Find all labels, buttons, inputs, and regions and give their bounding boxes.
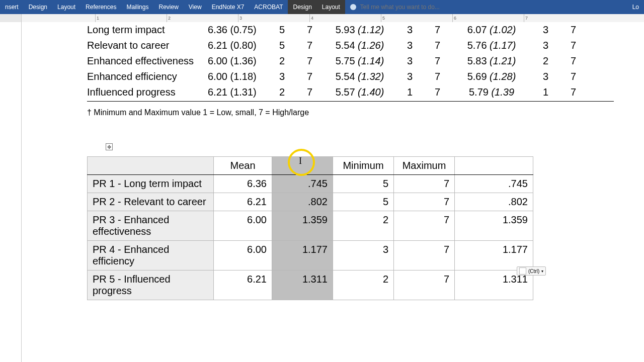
tell-me-box[interactable] xyxy=(345,0,467,14)
ribbon-context-tab[interactable]: Layout xyxy=(317,0,345,14)
cell: 3 xyxy=(396,53,424,69)
ribbon-right: Lo xyxy=(627,0,644,14)
cell: 2 xyxy=(268,84,296,100)
ribbon-tab[interactable]: EndNote X7 xyxy=(207,0,250,14)
row-label: Relevant to career xyxy=(87,38,208,53)
ribbon-tab[interactable]: Design xyxy=(24,0,52,14)
cell[interactable]: .802 xyxy=(455,193,533,211)
horizontal-ruler[interactable]: 1 2 3 4 5 6 7 xyxy=(0,14,644,23)
cell: 5 xyxy=(268,38,296,53)
cell[interactable]: 7 xyxy=(394,270,455,300)
cell: 7 xyxy=(559,69,587,84)
table-move-handle[interactable]: ✥ xyxy=(106,143,113,150)
cell[interactable]: 6.21 xyxy=(214,270,272,300)
cell[interactable]: 5 xyxy=(333,175,394,193)
header-cell[interactable]: Minimum xyxy=(333,157,394,175)
cell: 6.21 (0.80) xyxy=(208,38,268,53)
cell: 5.79 (1.39 xyxy=(451,84,532,100)
cell[interactable]: 1.359 xyxy=(455,211,533,241)
ribbon-tab[interactable]: Review xyxy=(153,0,183,14)
table-footnote: † Minimum and Maximum value 1 = Low, sma… xyxy=(87,105,614,120)
cell: 2 xyxy=(532,53,559,69)
cell[interactable]: 7 xyxy=(394,193,455,211)
cell[interactable]: 2 xyxy=(333,211,394,241)
paste-options-button[interactable]: (Ctrl) ▾ xyxy=(517,266,546,276)
tell-me-input[interactable] xyxy=(359,3,462,11)
cell: 7 xyxy=(424,22,451,38)
document-page[interactable]: Long term impact 6.36 (0.75) 5 7 5.93 (1… xyxy=(22,22,644,362)
cell: 5.75 (1.14) xyxy=(324,53,396,69)
row-label[interactable]: PR 5 - Influenced progress xyxy=(88,270,214,300)
cell: 7 xyxy=(424,69,451,84)
row-label[interactable]: PR 1 - Long term impact xyxy=(88,175,214,193)
ribbon-context-tab[interactable]: Design xyxy=(288,0,316,14)
cell: 3 xyxy=(396,38,424,53)
ribbon-tab[interactable]: Layout xyxy=(52,0,80,14)
table-row: Influenced progress 6.21 (1.31) 2 7 5.57… xyxy=(87,84,614,102)
cell-selected[interactable]: .745 xyxy=(272,175,333,193)
cell: 7 xyxy=(296,53,324,69)
cell[interactable]: 1.177 xyxy=(455,241,533,270)
table-row: PR 2 - Relevant to career 6.21 .802 5 7 … xyxy=(88,193,533,211)
row-label: Enhanced efficiency xyxy=(87,69,208,84)
ribbon-tab[interactable]: ACROBAT xyxy=(249,0,288,14)
ribbon: nsert Design Layout References Mailings … xyxy=(0,0,644,14)
lower-statistics-table[interactable]: Mean Minimum Maximum PR 1 - Long term im… xyxy=(87,156,533,300)
header-cell[interactable]: Mean xyxy=(214,157,272,175)
cell: 7 xyxy=(559,38,587,53)
cell: 5.54 (1.26) xyxy=(324,38,396,53)
cell: 6.21 (1.31) xyxy=(208,84,268,100)
cell: 5.83 (1.21) xyxy=(451,53,532,69)
table-row: PR 1 - Long term impact 6.36 .745 5 7 .7… xyxy=(88,175,533,193)
vertical-ruler[interactable] xyxy=(0,22,22,362)
cell: 6.00 (1.18) xyxy=(208,69,268,84)
row-label[interactable]: PR 4 - Enhanced efficiency xyxy=(88,241,214,270)
lightbulb-icon xyxy=(350,4,356,10)
ribbon-tab[interactable]: View xyxy=(184,0,207,14)
cell-selected[interactable]: 1.311 xyxy=(272,270,333,300)
header-cell[interactable] xyxy=(455,157,533,175)
ruler-scale: 1 2 3 4 5 6 7 xyxy=(22,14,644,22)
header-cell[interactable] xyxy=(88,157,214,175)
clipboard-icon xyxy=(519,267,526,275)
cell[interactable]: 6.36 xyxy=(214,175,272,193)
cell: 3 xyxy=(532,22,559,38)
cell[interactable]: 6.00 xyxy=(214,241,272,270)
ruler-mark: 7 xyxy=(524,14,528,22)
cell-selected[interactable]: 1.177 xyxy=(272,241,333,270)
ribbon-tab[interactable]: Mailings xyxy=(121,0,153,14)
cell: 6.00 (1.36) xyxy=(208,53,268,69)
cell: 5.54 (1.32) xyxy=(324,69,396,84)
cell: 7 xyxy=(296,84,324,100)
paste-options-label: (Ctrl) xyxy=(528,268,539,274)
cell: 5.69 (1.28) xyxy=(451,69,532,84)
cell-selected[interactable]: 1.359 xyxy=(272,211,333,241)
cell[interactable]: 3 xyxy=(333,241,394,270)
cell[interactable]: 6.00 xyxy=(214,211,272,241)
cell[interactable]: 7 xyxy=(394,211,455,241)
table-row: Enhanced efficiency 6.00 (1.18) 3 7 5.54… xyxy=(87,69,614,84)
cell[interactable]: 6.21 xyxy=(214,193,272,211)
chevron-down-icon: ▾ xyxy=(541,269,543,274)
cell: 1 xyxy=(396,84,424,100)
cell[interactable]: 7 xyxy=(394,241,455,270)
cell: 5 xyxy=(268,22,296,38)
cell[interactable]: .745 xyxy=(455,175,533,193)
row-label[interactable]: PR 3 - Enhanced effectiveness xyxy=(88,211,214,241)
ruler-gutter xyxy=(0,14,22,22)
header-cell[interactable]: Maximum xyxy=(394,157,455,175)
cell[interactable]: 7 xyxy=(394,175,455,193)
upper-text-table[interactable]: Long term impact 6.36 (0.75) 5 7 5.93 (1… xyxy=(87,22,614,120)
cell: 7 xyxy=(296,38,324,53)
table-header-row: Mean Minimum Maximum xyxy=(88,157,533,175)
table-row: Long term impact 6.36 (0.75) 5 7 5.93 (1… xyxy=(87,22,614,38)
header-cell-selected[interactable] xyxy=(272,157,333,175)
ribbon-tab[interactable]: References xyxy=(80,0,121,14)
cell[interactable]: 2 xyxy=(333,270,394,300)
row-label[interactable]: PR 2 - Relevant to career xyxy=(88,193,214,211)
cell-selected[interactable]: .802 xyxy=(272,193,333,211)
cell: 7 xyxy=(559,84,587,100)
cell[interactable]: 5 xyxy=(333,193,394,211)
ribbon-tab[interactable]: nsert xyxy=(0,0,24,14)
cell: 7 xyxy=(424,38,451,53)
